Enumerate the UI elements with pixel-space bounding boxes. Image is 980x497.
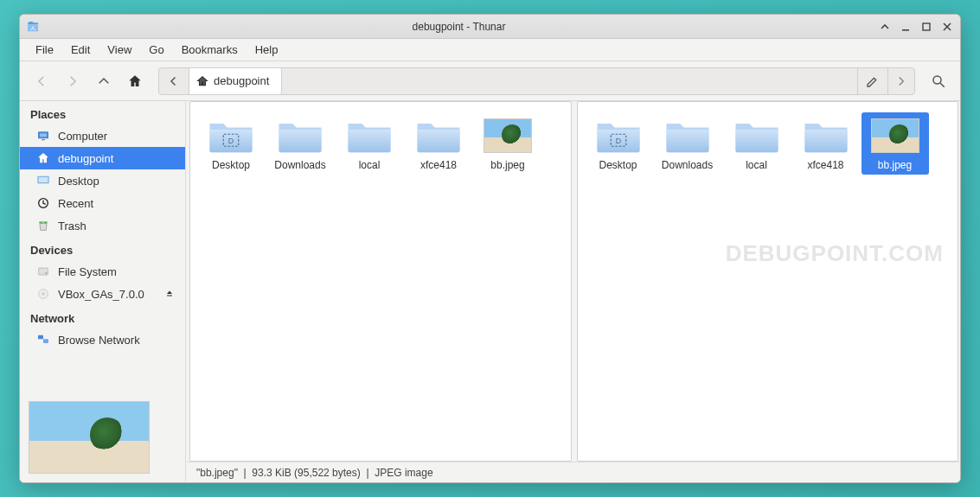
svg-rect-4 bbox=[40, 133, 47, 137]
location-history-button[interactable] bbox=[159, 68, 189, 94]
file-item-label: bb.jpeg bbox=[878, 159, 912, 171]
file-item[interactable]: Downloads bbox=[266, 112, 334, 175]
svg-rect-5 bbox=[42, 139, 45, 140]
folder-icon bbox=[802, 116, 850, 156]
sidebar-item-label: debugpoint bbox=[58, 152, 113, 165]
network-icon bbox=[35, 332, 51, 347]
sidebar-item-home[interactable]: debugpoint bbox=[20, 147, 185, 169]
image-thumb-icon bbox=[871, 116, 919, 156]
rollup-button[interactable] bbox=[877, 19, 893, 35]
optical-icon bbox=[35, 286, 51, 302]
file-item[interactable]: D Desktop bbox=[197, 112, 265, 175]
sidebar-item-filesystem[interactable]: File System bbox=[20, 260, 185, 283]
svg-rect-7 bbox=[39, 177, 48, 182]
folder-icon bbox=[733, 116, 781, 156]
file-item[interactable]: xfce418 bbox=[405, 112, 472, 175]
nav-forward-button[interactable] bbox=[60, 68, 86, 94]
folder-icon bbox=[276, 116, 324, 156]
sidebar-item-network[interactable]: Browse Network bbox=[20, 328, 185, 351]
location-segment-home[interactable]: debugpoint bbox=[189, 68, 282, 94]
folder-icon bbox=[345, 116, 394, 156]
sidebar-item-computer[interactable]: Computer bbox=[20, 124, 185, 147]
menu-view[interactable]: View bbox=[99, 41, 140, 58]
sidebar-item-vbox[interactable]: VBox_GAs_7.0.0 bbox=[20, 283, 185, 305]
file-item[interactable]: local bbox=[723, 112, 791, 175]
sidebar-item-label: VBox_GAs_7.0.0 bbox=[58, 288, 144, 301]
folder-icon bbox=[663, 116, 712, 156]
file-item[interactable]: Downloads bbox=[654, 112, 721, 175]
svg-rect-11 bbox=[39, 268, 48, 275]
location-menu-button[interactable] bbox=[887, 68, 914, 94]
file-item[interactable]: D Desktop bbox=[585, 112, 652, 175]
thunar-window: debugpoint - Thunar File Edit View Go Bo… bbox=[19, 14, 961, 483]
sidebar-item-desktop[interactable]: Desktop bbox=[20, 169, 185, 192]
location-segment-label: debugpoint bbox=[214, 74, 269, 87]
svg-rect-0 bbox=[902, 29, 909, 31]
computer-icon bbox=[35, 128, 51, 143]
body: Places Computer debugpoint Desktop Recen… bbox=[20, 101, 960, 482]
maximize-button[interactable] bbox=[919, 19, 934, 35]
svg-point-10 bbox=[42, 222, 43, 223]
home-icon bbox=[35, 150, 51, 166]
folder-icon: D bbox=[207, 116, 255, 156]
pane-right[interactable]: DEBUGPOINT.COM D Desktop Downloads local… bbox=[577, 101, 959, 462]
menu-help[interactable]: Help bbox=[247, 41, 287, 58]
file-item-label: local bbox=[746, 159, 767, 171]
titlebar: debugpoint - Thunar bbox=[20, 15, 960, 39]
watermark: DEBUGPOINT.COM bbox=[726, 240, 944, 267]
svg-text:D: D bbox=[615, 137, 620, 145]
nav-back-button[interactable] bbox=[29, 68, 54, 94]
sidebar-item-trash[interactable]: Trash bbox=[20, 214, 185, 237]
file-item-label: Downloads bbox=[274, 159, 325, 171]
menu-file[interactable]: File bbox=[27, 41, 62, 58]
status-filename: "bb.jpeg" bbox=[196, 467, 238, 479]
eject-icon[interactable] bbox=[164, 288, 175, 301]
file-item[interactable]: bb.jpeg bbox=[862, 112, 929, 175]
svg-text:D: D bbox=[228, 137, 234, 145]
desktop-icon bbox=[35, 173, 51, 188]
window-title: debugpoint - Thunar bbox=[46, 21, 872, 33]
file-item-label: Desktop bbox=[212, 159, 250, 171]
file-item-label: Desktop bbox=[599, 159, 637, 171]
status-size: 93.3 KiB (95,522 bytes) bbox=[252, 467, 360, 479]
status-sep2: | bbox=[361, 467, 375, 479]
menu-bookmarks[interactable]: Bookmarks bbox=[173, 41, 247, 58]
file-item-label: local bbox=[359, 159, 381, 171]
panes-area: D Desktop Downloads local xfce418bb.jpeg… bbox=[186, 101, 960, 482]
sidebar-item-label: Desktop bbox=[58, 175, 99, 188]
sidebar: Places Computer debugpoint Desktop Recen… bbox=[20, 101, 186, 482]
minimize-button[interactable] bbox=[898, 19, 913, 35]
nav-home-button[interactable] bbox=[122, 68, 148, 94]
close-button[interactable] bbox=[939, 19, 955, 35]
menu-edit[interactable]: Edit bbox=[62, 41, 99, 58]
sidebar-item-label: Browse Network bbox=[58, 334, 140, 347]
file-item-label: bb.jpeg bbox=[490, 159, 524, 171]
folder-icon: D bbox=[594, 116, 643, 156]
svg-rect-16 bbox=[43, 339, 48, 343]
menu-go[interactable]: Go bbox=[140, 41, 172, 58]
file-item-label: Downloads bbox=[662, 159, 713, 171]
clock-icon bbox=[35, 195, 51, 211]
file-item[interactable]: bb.jpeg bbox=[474, 112, 541, 175]
file-item[interactable]: xfce418 bbox=[792, 112, 860, 175]
trash-icon bbox=[35, 218, 51, 233]
location-edit-button[interactable] bbox=[857, 68, 887, 94]
status-type: JPEG image bbox=[375, 467, 432, 479]
status-sep: | bbox=[238, 467, 252, 479]
sidebar-preview bbox=[20, 392, 185, 482]
search-button[interactable] bbox=[926, 68, 951, 94]
menubar: File Edit View Go Bookmarks Help bbox=[20, 39, 960, 61]
sidebar-item-label: Recent bbox=[58, 197, 93, 210]
toolbar: debugpoint bbox=[20, 61, 960, 101]
pane-left[interactable]: D Desktop Downloads local xfce418bb.jpeg bbox=[189, 101, 572, 462]
nav-up-button[interactable] bbox=[91, 68, 117, 94]
folder-icon bbox=[414, 116, 463, 156]
svg-rect-15 bbox=[38, 335, 43, 340]
file-item[interactable]: local bbox=[336, 112, 403, 175]
app-icon bbox=[25, 19, 41, 35]
sidebar-item-recent[interactable]: Recent bbox=[20, 192, 185, 214]
svg-point-14 bbox=[42, 292, 44, 295]
sidebar-item-label: Trash bbox=[58, 220, 86, 233]
panes-row: D Desktop Downloads local xfce418bb.jpeg… bbox=[186, 101, 960, 462]
statusbar: "bb.jpeg" | 93.3 KiB (95,522 bytes) | JP… bbox=[186, 462, 960, 482]
